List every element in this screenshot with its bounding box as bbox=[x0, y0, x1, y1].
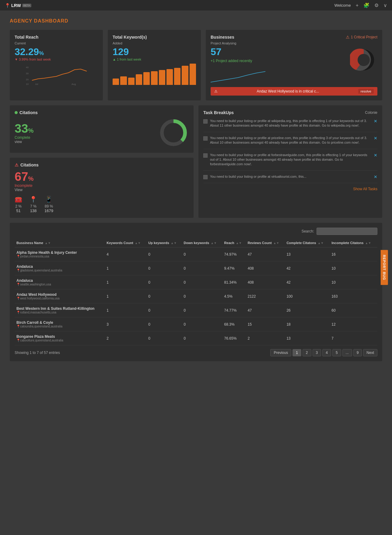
table-row: Best Western Inn & Suites Rutland-Killin… bbox=[15, 303, 377, 317]
cell-complete-6: 13 bbox=[285, 331, 330, 345]
row2: Citations 33% Complete view bbox=[10, 105, 382, 218]
cell-reach-0: 74.97% bbox=[222, 247, 246, 261]
citations-complete-label: Complete bbox=[15, 135, 33, 140]
cards-row-1: Total Reach Current 32.29% ▼ 3.99% from … bbox=[10, 30, 382, 100]
stat-pct-2: 89 % bbox=[44, 204, 53, 208]
businesses-mini-chart bbox=[211, 65, 265, 84]
citations-complete-header: Citations bbox=[15, 110, 189, 115]
citations-complete-card: Citations 33% Complete view bbox=[10, 105, 194, 153]
svg-point-10 bbox=[166, 125, 181, 141]
show-all-tasks[interactable]: Show All Tasks bbox=[203, 187, 377, 191]
warn-icon-small: ⚠ bbox=[214, 89, 218, 93]
cell-reach-4: 74.77% bbox=[222, 303, 246, 317]
citations-complete-body: 33% Complete view bbox=[15, 117, 189, 148]
table-row: Bongaree Plaza Meats 📍caboolture,queensl… bbox=[15, 331, 377, 345]
cell-keywords-0: 4 bbox=[105, 247, 146, 261]
gear-icon[interactable]: ⚙ bbox=[374, 2, 379, 8]
task-checkbox-1[interactable] bbox=[203, 136, 208, 141]
task-checkbox-2[interactable] bbox=[203, 153, 208, 158]
main-content: AGENCY DASHBOARD Total Reach Current 32.… bbox=[0, 11, 392, 369]
cell-incomplete-0: 16 bbox=[330, 247, 377, 261]
cell-up-1: 0 bbox=[146, 261, 182, 275]
cell-keywords-1: 1 bbox=[105, 261, 146, 275]
page-next[interactable]: Next bbox=[363, 349, 377, 356]
task-delete-0[interactable]: ✕ bbox=[374, 119, 377, 124]
col-reviews: Reviews Count ▲▼ bbox=[246, 239, 285, 247]
task-checkbox-3[interactable] bbox=[203, 175, 208, 179]
businesses-value: 57 bbox=[211, 46, 345, 58]
table-row: Birch Carroll & Coyle 📍caloundra,queensl… bbox=[15, 317, 377, 331]
cell-reviews-0: 47 bbox=[246, 247, 285, 261]
col-complete: Complete Citatons ▲▼ bbox=[285, 239, 330, 247]
total-reach-title: Total Reach bbox=[15, 35, 98, 40]
stat-num-1: 138 bbox=[30, 208, 37, 213]
businesses-table: Bussiness Name ▲▼ Keywords Count ▲▼ Up k… bbox=[15, 239, 377, 345]
critical-badge: ⚠ 1 Critical Project bbox=[346, 35, 377, 40]
page-4[interactable]: 4 bbox=[322, 349, 331, 356]
cell-down-2: 0 bbox=[182, 275, 222, 289]
page-3[interactable]: 3 bbox=[313, 349, 321, 356]
table-footer: Showing 1 to 7 of 57 entries Previous 1 … bbox=[15, 349, 377, 356]
col-up: Up keywords ▲▼ bbox=[146, 239, 182, 247]
task-checkbox-0[interactable] bbox=[203, 119, 208, 124]
cell-keywords-6: 2 bbox=[105, 331, 146, 345]
cell-down-4: 0 bbox=[182, 303, 222, 317]
svg-text:20: 20 bbox=[26, 78, 29, 81]
page-2[interactable]: 2 bbox=[303, 349, 311, 356]
task-delete-2[interactable]: ✕ bbox=[374, 153, 377, 158]
cell-biz-name-1: Andaluca 📍gladstone,queensland,australia bbox=[15, 261, 105, 275]
topnav: 📍 LRW BETA Welcome + 🧩 ⚙ ∨ bbox=[0, 0, 392, 11]
task-text-3: You need to build your listing or profil… bbox=[210, 174, 371, 179]
cell-up-3: 0 bbox=[146, 289, 182, 303]
table-header-row: Bussiness Name ▲▼ Keywords Count ▲▼ Up k… bbox=[15, 239, 377, 247]
task-delete-1[interactable]: ✕ bbox=[374, 136, 377, 141]
cell-reviews-6: 2 bbox=[246, 331, 285, 345]
cell-reach-2: 81.34% bbox=[222, 275, 246, 289]
citations-incomplete-view[interactable]: View bbox=[15, 188, 53, 192]
table-search-row: Search: bbox=[15, 228, 377, 235]
cell-incomplete-3: 163 bbox=[330, 289, 377, 303]
search-input[interactable] bbox=[317, 228, 377, 235]
page-prev[interactable]: Previous bbox=[270, 349, 291, 356]
cell-up-2: 0 bbox=[146, 275, 182, 289]
alert-bar: ⚠ Andaz West Hollywood is in critical c.… bbox=[211, 87, 377, 96]
cell-biz-name-5: Birch Carroll & Coyle 📍caloundra,queensl… bbox=[15, 317, 105, 331]
cell-down-6: 0 bbox=[182, 331, 222, 345]
page-1[interactable]: 1 bbox=[292, 349, 301, 356]
col-incomplete: Incomplete Citatons ▲▼ bbox=[330, 239, 377, 247]
cell-complete-2: 42 bbox=[285, 275, 330, 289]
col-right: Task BreakUps Colonie You need to build … bbox=[198, 105, 382, 218]
cell-biz-name-4: Best Western Inn & Suites Rutland-Killin… bbox=[15, 303, 105, 317]
cell-keywords-3: 1 bbox=[105, 289, 146, 303]
task-delete-3[interactable]: ✕ bbox=[374, 174, 377, 179]
report-bug-button[interactable]: REPORT BUG bbox=[380, 250, 388, 285]
resolve-button[interactable]: resolve bbox=[358, 89, 374, 94]
citations-donut bbox=[158, 117, 189, 148]
page-9[interactable]: 9 bbox=[353, 349, 362, 356]
puzzle-icon[interactable]: 🧩 bbox=[363, 2, 369, 8]
reach-line-chart: 40 30 20 10 Jul Aug bbox=[15, 64, 98, 85]
svg-point-7 bbox=[358, 54, 370, 66]
total-keywords-subtitle: Added bbox=[113, 41, 196, 45]
cell-incomplete-5: 12 bbox=[330, 317, 377, 331]
chevron-down-icon[interactable]: ∨ bbox=[383, 2, 387, 8]
businesses-left: 57 +1 Project added recently bbox=[211, 46, 345, 85]
cell-incomplete-4: 60 bbox=[330, 303, 377, 317]
alert-text: Andaz West Hollywood is in critical c... bbox=[257, 89, 319, 93]
cell-up-5: 0 bbox=[146, 317, 182, 331]
col-keywords: Keywords Count ▲▼ bbox=[105, 239, 146, 247]
warn-icon: ⚠ bbox=[346, 35, 350, 40]
col-reach: Reach ▲▼ bbox=[222, 239, 246, 247]
project-added: +1 Project added recently bbox=[211, 59, 345, 63]
page-5[interactable]: 5 bbox=[332, 349, 341, 356]
citations-incomplete-left: 67% Incomplete View 🧰 2 % 51 📍 bbox=[15, 170, 53, 213]
citations-incomplete-card: ⚠ Citations 67% Incomplete View 🧰 2 bbox=[10, 158, 194, 218]
total-reach-delta: ▼ 3.99% from last week bbox=[15, 58, 98, 61]
cell-biz-name-0: Alpha Spine Health & Injury Center 📍jord… bbox=[15, 247, 105, 261]
task-text-1: You need to build your listing or profil… bbox=[210, 136, 371, 145]
svg-text:Aug: Aug bbox=[72, 83, 76, 86]
cell-reach-5: 68.3% bbox=[222, 317, 246, 331]
plus-icon[interactable]: + bbox=[356, 3, 359, 8]
stat-icon-0: 🧰 bbox=[15, 196, 22, 203]
citations-complete-view[interactable]: view bbox=[15, 140, 33, 144]
